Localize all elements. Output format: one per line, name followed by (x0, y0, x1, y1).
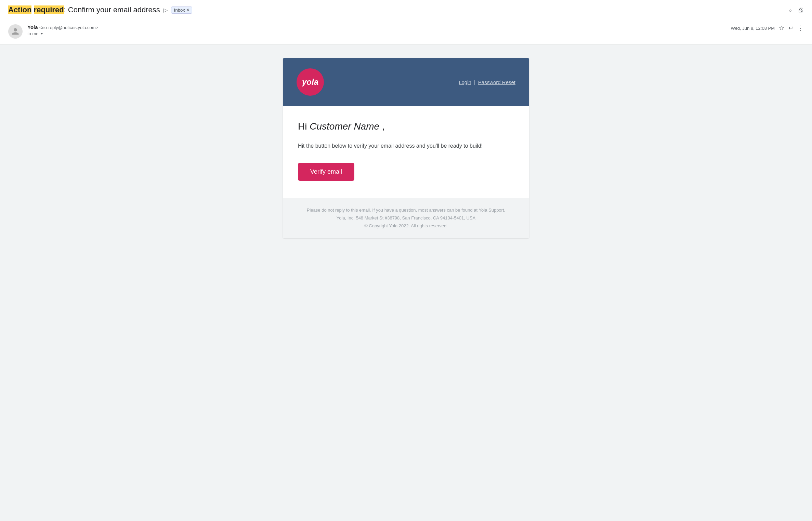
sender-name-line: Yola <no-reply@notices.yola.com> (27, 24, 98, 30)
yola-logo: yola (297, 68, 324, 96)
email-date: Wed, Jun 8, 12:08 PM (731, 26, 775, 31)
email-footer: Please do not reply to this email. If yo… (283, 198, 529, 238)
sender-left: Yola <no-reply@notices.yola.com> to me (8, 24, 98, 39)
email-content: Hi Customer Name , Hit the button below … (283, 106, 529, 198)
print-icon[interactable]: 🖨 (798, 6, 804, 14)
to-dropdown-icon (40, 33, 43, 35)
email-greeting: Hi Customer Name , (298, 121, 514, 132)
subject-highlight-required: required (34, 5, 64, 14)
more-options-icon[interactable]: ⋮ (798, 24, 804, 32)
inbox-tag-close-button[interactable]: × (187, 8, 189, 12)
yola-header: yola Login | Password Reset (283, 58, 529, 106)
yola-support-link[interactable]: Yola Support (479, 208, 504, 213)
yola-nav-links: Login | Password Reset (459, 79, 515, 85)
nav-separator: | (474, 79, 475, 85)
email-body-area: yola Login | Password Reset Hi Customer … (0, 44, 812, 284)
subject-text: Action required: Confirm your email addr… (8, 5, 160, 14)
greeting-comma: , (382, 121, 385, 132)
greeting-hi: Hi (298, 121, 307, 132)
subject-area: Action required: Confirm your email addr… (8, 5, 788, 14)
reply-icon[interactable]: ↩ (788, 24, 794, 32)
forward-icon[interactable]: ▷ (163, 7, 168, 13)
yola-logo-text: yola (302, 77, 318, 87)
sender-email: <no-reply@notices.yola.com> (39, 25, 98, 30)
subject-highlight-action: Action (8, 5, 31, 14)
inbox-tag[interactable]: Inbox × (171, 6, 192, 14)
sender-to[interactable]: to me (27, 31, 98, 36)
password-reset-link[interactable]: Password Reset (478, 79, 515, 85)
greeting-name: Customer Name (310, 121, 382, 132)
sender-row: Yola <no-reply@notices.yola.com> to me W… (0, 20, 812, 44)
footer-disclaimer: Please do not reply to this email. If yo… (297, 206, 515, 214)
email-header: Action required: Confirm your email addr… (0, 0, 812, 20)
expand-icon[interactable]: ⬦ (788, 6, 792, 14)
verify-email-button[interactable]: Verify email (298, 163, 354, 181)
login-link[interactable]: Login (459, 79, 471, 85)
star-icon[interactable]: ☆ (779, 24, 784, 32)
sender-name: Yola (27, 24, 38, 30)
email-card: yola Login | Password Reset Hi Customer … (283, 58, 529, 238)
avatar (8, 24, 23, 39)
footer-address: Yola, Inc. 548 Market St #38798, San Fra… (297, 214, 515, 222)
sender-right: Wed, Jun 8, 12:08 PM ☆ ↩ ⋮ (731, 24, 804, 32)
avatar-icon (11, 27, 19, 36)
email-body-text: Hit the button below to verify your emai… (298, 142, 514, 150)
header-icons: ⬦ 🖨 (788, 6, 804, 14)
sender-info: Yola <no-reply@notices.yola.com> to me (27, 24, 98, 36)
footer-copyright: © Copyright Yola 2022. All rights reserv… (297, 222, 515, 230)
inbox-tag-label: Inbox (174, 8, 185, 13)
